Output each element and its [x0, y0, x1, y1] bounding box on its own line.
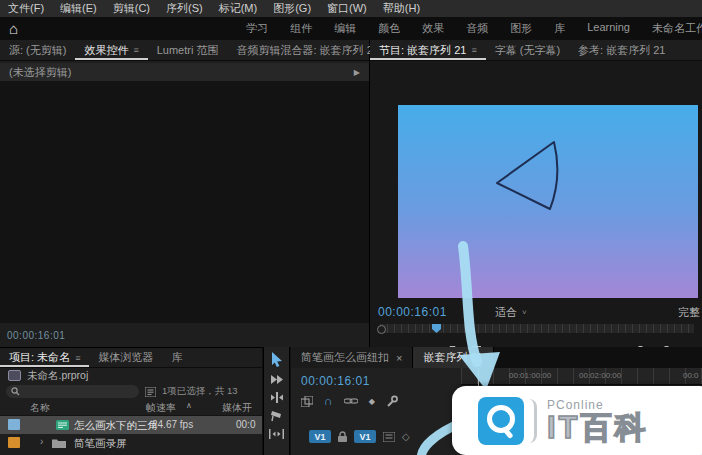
program-monitor-panel: 节目: 嵌套序列 21 ≡ 字幕 (无字幕) 参考: 嵌套序列 21 00:00… — [370, 40, 702, 347]
no-clip-selected-label: (未选择剪辑) — [9, 65, 71, 80]
workspace-tab-color[interactable]: 颜色 — [367, 21, 411, 36]
timeline-ruler[interactable]: 00:01:00:00 00:02:00:00 00:0 — [461, 368, 702, 385]
program-scrubber[interactable] — [380, 324, 694, 333]
monitor-controls-row: 00:00:16:01 适合 ˅ 完整 — [370, 304, 702, 320]
timeline-toolbar: ∩ ◆ — [301, 394, 398, 408]
workspace-tab-learn[interactable]: 学习 — [235, 21, 279, 36]
project-panel-tabbar: 项目: 未命名 ≡ 媒体浏览器 库 — [0, 348, 262, 368]
menu-item-window[interactable]: 窗口(W) — [319, 1, 375, 16]
workspace-tab-learning[interactable]: Learning — [576, 21, 641, 36]
playback-resolution-dropdown[interactable]: 完整 — [678, 305, 700, 320]
workspace-tab-editing[interactable]: 编辑 — [323, 21, 367, 36]
snap-magnet-icon[interactable]: ∩ — [324, 395, 333, 407]
playhead-marker[interactable] — [432, 324, 441, 333]
panel-menu-icon[interactable]: ≡ — [133, 45, 138, 55]
track-headers: V1 V1 ◇ — [309, 430, 410, 443]
slip-tool[interactable] — [269, 429, 284, 439]
premiere-pro-window: 文件(F) 编辑(E) 剪辑(C) 序列(S) 标记(M) 图形(G) 窗口(W… — [0, 0, 702, 455]
expand-arrow-icon[interactable]: ▶ — [354, 68, 360, 77]
panel-menu-icon[interactable]: ≡ — [75, 353, 80, 363]
tab-media-browser[interactable]: 媒体浏览器 — [89, 348, 162, 367]
linked-selection-icon[interactable] — [344, 396, 358, 406]
item-name: 怎么画水下的三角 — [74, 419, 158, 433]
home-icon[interactable]: ⌂ — [9, 21, 18, 36]
razor-tool[interactable] — [270, 410, 283, 422]
filter-bin-icon[interactable] — [145, 387, 156, 397]
program-timecode[interactable]: 00:00:16:01 — [378, 305, 447, 319]
sort-arrow-icon[interactable]: ∧ — [186, 401, 192, 410]
menu-item-edit[interactable]: 编辑(E) — [52, 1, 105, 16]
watermark-bracket — [528, 399, 537, 443]
search-icon — [11, 387, 20, 396]
workspace-tab-effects[interactable]: 效果 — [411, 21, 455, 36]
project-file-icon — [8, 370, 21, 381]
selection-tool[interactable] — [270, 352, 283, 367]
track-select-forward-tool[interactable] — [270, 374, 284, 385]
timeline-tab-inactive[interactable]: 简笔画怎么画纽扣 × — [291, 347, 413, 368]
item-frame-rate: 24.67 fps — [152, 419, 193, 430]
tab-audio-clip-mixer[interactable]: 音频剪辑混合器: 嵌套序列 21 — [227, 40, 387, 60]
label-color-chip[interactable] — [8, 419, 20, 430]
scrollbar-knob[interactable] — [377, 325, 386, 334]
project-item-bin[interactable]: › 简笔画录屏 — [0, 434, 262, 452]
timeline-timecode[interactable]: 00:00:16:01 — [301, 374, 370, 388]
tab-effect-controls[interactable]: 效果控件 ≡ — [75, 40, 147, 60]
workspace-tab-unnamed[interactable]: 未命名工作 — [641, 21, 702, 36]
timeline-tab-active[interactable]: 嵌套序列 21 — [413, 347, 493, 368]
item-media-start: 00:0 — [236, 419, 255, 430]
timeline-tab-inactive-label: 简笔画怎么画纽扣 — [301, 350, 389, 365]
timeline-settings-wrench-icon[interactable] — [386, 395, 398, 407]
project-item-sequence[interactable]: 怎么画水下的三角 24.67 fps 00:0 — [0, 416, 262, 434]
column-name[interactable]: 名称 — [30, 401, 50, 415]
track-keyframe-icon[interactable]: ◇ — [402, 431, 410, 442]
tab-libraries[interactable]: 库 — [162, 348, 191, 367]
column-frame-rate[interactable]: 帧速率 — [146, 401, 176, 415]
project-file-row[interactable]: 未命名.prproj — [0, 368, 262, 383]
menu-item-sequence[interactable]: 序列(S) — [158, 1, 211, 16]
project-panel: 项目: 未命名 ≡ 媒体浏览器 库 未命名.prproj 1项已选择，共 13 … — [0, 347, 262, 455]
track-display-settings-icon[interactable] — [383, 432, 395, 442]
track-v1-source-button[interactable]: V1 — [309, 430, 331, 443]
tab-source-monitor[interactable]: 源: (无剪辑) — [0, 40, 75, 60]
watermark-logo: PConline IT百科 — [452, 386, 702, 455]
tab-program-monitor[interactable]: 节目: 嵌套序列 21 ≡ — [370, 40, 486, 60]
label-color-chip[interactable] — [8, 437, 20, 448]
tab-project[interactable]: 项目: 未命名 ≡ — [0, 348, 89, 367]
menu-item-clip[interactable]: 剪辑(C) — [105, 1, 158, 16]
workspace-tab-audio[interactable]: 音频 — [455, 21, 499, 36]
timeline-tabbar: 简笔画怎么画纽扣 × 嵌套序列 21 — [291, 347, 702, 368]
workspace-tab-assembly[interactable]: 组件 — [279, 21, 323, 36]
track-v1-target-button[interactable]: V1 — [354, 430, 376, 443]
workspace-tabs: 学习 组件 编辑 颜色 效果 音频 图形 库 Learning 未命名工作 — [235, 21, 702, 36]
panel-menu-icon[interactable]: ≡ — [471, 45, 476, 55]
bin-expander-icon[interactable]: › — [40, 436, 43, 447]
ripple-edit-tool[interactable] — [270, 392, 284, 403]
tab-program-label: 节目: 嵌套序列 21 — [379, 43, 466, 58]
close-tab-icon[interactable]: × — [396, 352, 402, 364]
nest-sequence-icon[interactable] — [301, 396, 313, 407]
menu-item-graphics[interactable]: 图形(G) — [265, 1, 319, 16]
project-search-row: 1项已选择，共 13 — [0, 383, 262, 400]
tab-lumetri-scopes[interactable]: Lumetri 范围 — [148, 40, 228, 60]
search-input[interactable] — [6, 385, 139, 398]
bin-folder-icon — [52, 438, 66, 448]
workspace-tab-libraries[interactable]: 库 — [543, 21, 576, 36]
tab-captions[interactable]: 字幕 (无字幕) — [486, 40, 569, 60]
column-media-start[interactable]: 媒体开 — [222, 401, 252, 415]
watermark-title: IT百科 — [547, 412, 649, 443]
zoom-level-value: 适合 — [495, 305, 517, 320]
no-clip-selected-header: (未选择剪辑) ▶ — [0, 63, 369, 81]
timeline-header: 00:00:16:01 ∩ ◆ V1 V1 ◇ — [291, 368, 461, 455]
project-file-name: 未命名.prproj — [27, 369, 88, 383]
workspace-tab-graphics[interactable]: 图形 — [499, 21, 543, 36]
watermark-magnifier-book-icon — [478, 397, 524, 445]
selection-status: 1项已选择，共 13 — [162, 385, 238, 398]
track-lock-icon[interactable] — [338, 431, 347, 442]
menu-item-help[interactable]: 帮助(H) — [375, 1, 428, 16]
menu-item-markers[interactable]: 标记(M) — [211, 1, 266, 16]
menu-item-file[interactable]: 文件(F) — [0, 1, 52, 16]
tab-effect-controls-label: 效果控件 — [84, 43, 128, 58]
tab-reference-monitor[interactable]: 参考: 嵌套序列 21 — [569, 40, 674, 60]
add-marker-icon[interactable]: ◆ — [369, 397, 375, 406]
zoom-level-dropdown[interactable]: 适合 ˅ — [495, 305, 527, 320]
